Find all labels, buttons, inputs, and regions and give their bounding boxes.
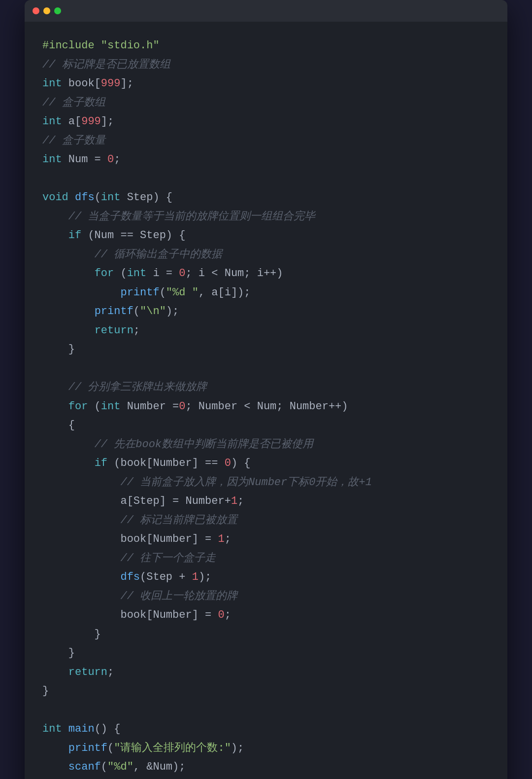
code-window: #include "stdio.h" // 标记牌是否已放置数组 int boo… [25,0,507,779]
minimize-dot[interactable] [43,7,50,14]
titlebar [25,0,507,22]
close-dot[interactable] [33,7,39,14]
code-block: #include "stdio.h" // 标记牌是否已放置数组 int boo… [25,22,507,779]
maximize-dot[interactable] [54,7,61,14]
